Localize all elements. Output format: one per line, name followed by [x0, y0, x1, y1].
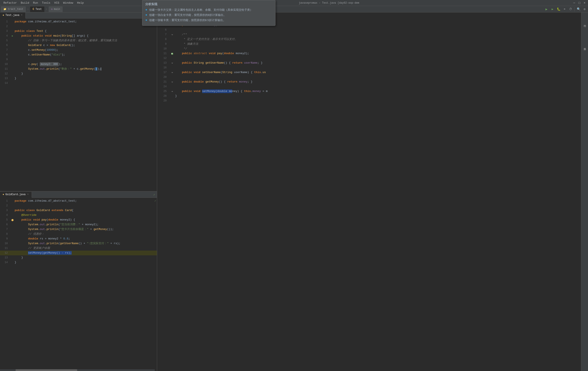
coverage-btn[interactable]: ☂ [562, 7, 567, 12]
popup-item-3: ● 创建一张银卡类：重写支付功能，按照原价的8.5折计算输出。 [145, 18, 272, 22]
tab-main[interactable]: m main [49, 6, 63, 12]
card-code-editor[interactable]: 3 🞃 public abstract class Card { A 4 pri… [157, 12, 588, 371]
folder-icon: 📁 [3, 8, 6, 10]
profile-btn[interactable]: ⏱ [568, 7, 573, 12]
menu-run[interactable]: Run [31, 1, 40, 5]
code-line: 5 ! public void pay(double money2) { [0, 218, 157, 222]
bullet-icon-2: ● [145, 13, 147, 17]
class-icon: C [33, 8, 34, 11]
code-line: 8 c.setUserName("dlei"); [0, 52, 157, 57]
popup-item-1: ● 创建一张卡片父类：定义属性包括主人名称、余额、支付功能（具体实现交给子类） [145, 8, 272, 12]
code-line: 11 // 更新账户余额 [0, 246, 157, 251]
code-line: 2 [0, 24, 157, 29]
sep1 [574, 7, 575, 11]
menu-refactor[interactable]: Refactor [2, 1, 19, 5]
code-line: 10 System.out.println(getUserName() + ":… [0, 241, 157, 246]
menu-help[interactable]: Help [75, 1, 85, 5]
close-button[interactable]: × [583, 1, 586, 5]
code-line: 13 🞃 public String getUserName() { retur… [157, 61, 588, 65]
maximize-button[interactable]: □ [578, 1, 581, 5]
menu-tools[interactable]: Tools [40, 1, 52, 5]
code-line: 6 [157, 28, 588, 32]
popup-text-2: 创建一张白金卡类：重写支付功能，按照原价的8折计算输出。 [149, 13, 226, 17]
tab-test[interactable]: C Test [30, 6, 44, 12]
method-icon: m [51, 8, 53, 10]
breadcrumb-sep1: › [27, 8, 29, 11]
test-file-tab[interactable]: ● Test.java × [0, 12, 26, 19]
run-btn[interactable]: ▶ [544, 7, 549, 12]
left-panel: ● Test.java × 1 package com.itheima.d7_a… [0, 12, 157, 371]
java-file-icon2: ● [3, 193, 4, 196]
test-code-lines: 1 package com.itheima.d7_abstract_test; … [0, 19, 157, 86]
run-btn2[interactable]: ▶ [550, 7, 555, 12]
window-controls: ─ □ × [573, 1, 586, 5]
tab-label: Test [35, 8, 42, 11]
code-line: 9 * 抽象方法 [157, 42, 588, 46]
code-line: 12 [157, 56, 588, 61]
code-line: 21 🞃 public double getMoney() { return m… [157, 80, 588, 84]
gold-file-tab-bar: ● GoldCard.java × ✓ [0, 192, 157, 198]
code-line-selected: 12 setMoney(getMoney() - rs); [0, 251, 157, 255]
code-line: 9 double rs = money2 * 0.8; [0, 236, 157, 241]
menu-build[interactable]: Build [19, 1, 31, 5]
breadcrumb-tab-bar: 📁 tract_test › C Test › m main ▶ ▶ 🐛 ☂ ⏱… [0, 6, 588, 12]
code-line: 14 [0, 81, 157, 86]
code-line: 4 ▶ public static void main(String[] arg… [0, 33, 157, 38]
code-line: 4 @Override [0, 213, 157, 218]
settings-btn[interactable]: ⚙ [582, 7, 587, 12]
code-line: 14 } [0, 260, 157, 265]
toolbar-right: ▶ ▶ 🐛 ☂ ⏱ 🔍 ⚙ [544, 7, 587, 12]
code-line: 24 [157, 84, 588, 89]
menu-vcs[interactable]: VCS [52, 1, 61, 5]
code-line: 8 // 优惠价： [0, 232, 157, 236]
code-line: 7 c.setMoney(10000); [0, 48, 157, 52]
code-line: 6 GoldCard c = new GoldCard(); [0, 43, 157, 48]
code-line: 11 System.out.println("剩余：" + c.getMoney… [0, 67, 157, 71]
search-btn[interactable]: 🔍 [576, 7, 581, 12]
code-line: 1 package com.itheima.d7_abstract_test; [0, 19, 157, 24]
code-line: 7 🞃 /** [157, 32, 588, 37]
code-line: 13 } [0, 255, 157, 260]
test-tab-close[interactable]: × [21, 14, 23, 17]
code-line: 3 public class GoldCard extends Card{ [0, 208, 157, 213]
h-scrollbar[interactable] [0, 369, 155, 371]
code-line: 29 [157, 99, 588, 103]
code-line: 1 package com.itheima.d7_abstract_test; … [0, 199, 157, 203]
collapse-icon3: 🞃 [171, 61, 173, 65]
bullet-icon-3: ● [145, 18, 147, 22]
code-line: 13 } [0, 76, 157, 81]
code-line: 20 [157, 75, 588, 80]
editor-area: ● Test.java × 1 package com.itheima.d7_a… [0, 12, 588, 371]
gold-code-lines: 1 package com.itheima.d7_abstract_test; … [0, 198, 157, 266]
gold-file-tab[interactable]: ● GoldCard.java × [0, 192, 32, 198]
collapse-icon4: 🞃 [171, 70, 173, 75]
run-gutter2: ▶ [171, 53, 173, 55]
gold-file-editor: ● GoldCard.java × ✓ 1 package com.itheim… [0, 192, 157, 371]
h-scrollbar-thumb[interactable] [15, 369, 77, 371]
code-line: 8 * 定义一个支付方法：表示卡片可以支付。 [157, 37, 588, 42]
debug-btn[interactable]: 🐛 [556, 7, 561, 12]
code-line: 10 */ [157, 46, 588, 51]
menu-window[interactable]: Window [61, 1, 75, 5]
minimize-button[interactable]: ─ [573, 1, 576, 5]
popup-text-3: 创建一张银卡类：重写支付功能，按照原价的8.5折计算输出。 [149, 18, 226, 22]
database-icon[interactable]: 数据库 [583, 37, 586, 55]
gold-tab-close[interactable]: × [27, 193, 29, 196]
analysis-popup: 分析实现 ● 创建一张卡片父类：定义属性包括主人名称、余额、支付功能（具体实现交… [142, 0, 275, 26]
tab-tract-test[interactable]: 📁 tract_test [1, 6, 26, 12]
code-line: 7 System.out.println("您卡片当前余额是：" + getMo… [0, 227, 157, 232]
gold-code-editor[interactable]: 1 package com.itheima.d7_abstract_test; … [0, 198, 157, 371]
code-line: 2 [0, 203, 157, 208]
test-file-tab-bar: ● Test.java × [0, 12, 157, 19]
gold-tab-label: GoldCard.java [5, 193, 26, 196]
right-panel: 3 🞃 public abstract class Card { A 4 pri… [157, 12, 588, 371]
test-file-editor: ● Test.java × 1 package com.itheima.d7_a… [0, 12, 157, 192]
code-line: 12 } [0, 71, 157, 76]
breadcrumb-sep2: › [46, 8, 47, 11]
code-line: 25 🞃 public void setMoney(double money) … [157, 89, 588, 94]
structure-icon[interactable]: 结构 [583, 14, 586, 31]
collapse-icon2: 🞃 [171, 32, 173, 37]
code-line: 6 System.out.println("您当前消费：" + money2); [0, 222, 157, 227]
test-code-editor[interactable]: 1 package com.itheima.d7_abstract_test; … [0, 19, 157, 191]
check-indicator: ✓ [155, 199, 157, 203]
